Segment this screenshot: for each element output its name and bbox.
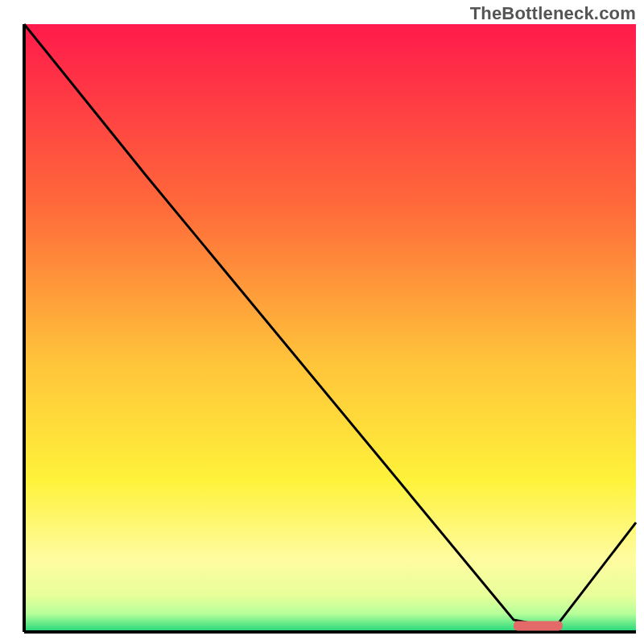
plot-background [24,24,636,632]
bottleneck-chart [0,0,644,644]
optimal-range-marker [514,621,563,630]
chart-container: TheBottleneck.com [0,0,644,644]
